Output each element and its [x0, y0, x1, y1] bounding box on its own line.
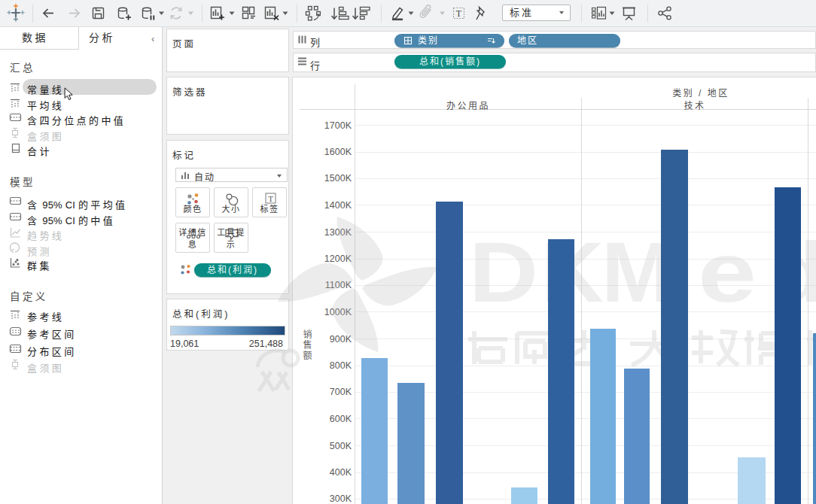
- svg-text:T: T: [268, 194, 273, 203]
- svg-text:T: T: [456, 8, 462, 19]
